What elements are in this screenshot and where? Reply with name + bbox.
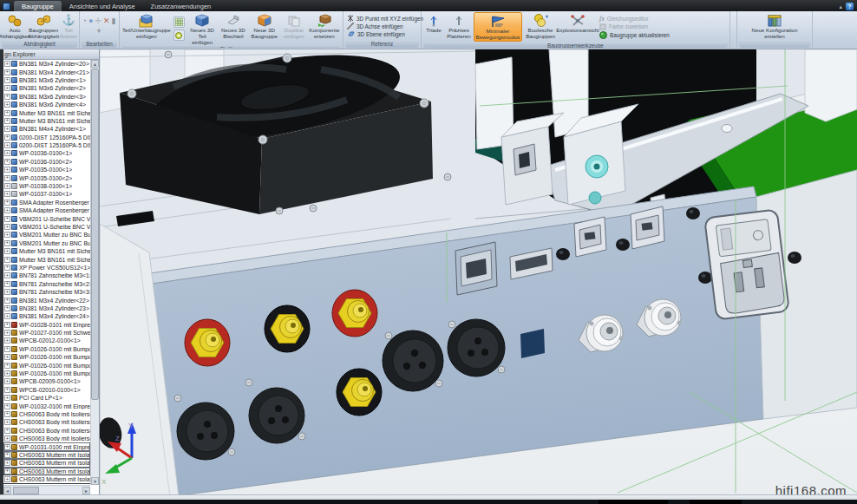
rca-jack-red-1[interactable] [185,319,230,366]
xlr-connector-3[interactable] [383,331,443,391]
ribbon-tab[interactable]: Zusatzanwendungen [143,1,219,11]
tree-row[interactable]: WP-01031-0100 mit Einpresste [3,442,90,450]
expand-icon[interactable] [4,150,10,156]
tree-row[interactable]: VBM201 Mutter zu BNC Buche [3,239,90,247]
expand-icon[interactable] [4,452,10,458]
edit-tool-icon-6[interactable]: ♦ [97,27,101,35]
tree-row[interactable]: BN781 Zahnscheibe M3<1> [3,272,90,279]
expand-icon[interactable] [4,167,10,173]
insert-part-subassembly-button[interactable]: Teil/Unterbaugruppe einfügen [121,12,172,45]
3d-viewport[interactable]: Y Z X hifi168.com [100,49,857,494]
tree-row[interactable]: WP-01026-0100 mit Bumpon s [3,345,90,353]
tree-row[interactable]: VBM201 U-Scheibe BNC Vitel [3,223,90,231]
tree-row[interactable]: CHS0063 Body mit Isoliersche [3,418,90,426]
tree-row[interactable]: BN381 M3x4 Zylinder<23> [3,304,90,312]
edit-tool-icon-3[interactable]: ✛ [95,17,101,25]
expand-icon[interactable] [4,216,10,222]
expand-icon[interactable] [4,460,10,466]
tree-row[interactable]: 0200-DIST 125160PA-5 DIST F [3,141,90,149]
insert-3d-axis-button[interactable]: 3D Achse einfügen [347,23,423,29]
tree-row[interactable]: CHS0063 Body mit Isoliersche [3,427,90,435]
expand-icon[interactable] [4,200,10,206]
ribbon-tab[interactable]: Ansichten und Analyse [62,1,143,11]
taskbar-item[interactable] [599,500,668,504]
expand-icon[interactable] [4,94,10,100]
fix-part-button[interactable]: ⚓ Teil fixieren [59,12,78,40]
tree-row[interactable]: WP-01036-0100<1> [3,149,90,157]
expand-icon[interactable] [4,435,10,442]
tree-row[interactable]: Mutter M3 BN161 mit Sicherun [3,108,90,116]
expand-icon[interactable] [4,224,10,230]
pattern-grid-button[interactable] [173,16,185,28]
tree-row[interactable]: BN381 M3x4 Zylinder<20> [3,60,90,68]
expand-icon[interactable] [4,354,10,360]
edit-tool-icon-5[interactable]: ▮ [112,17,116,25]
expand-icon[interactable] [4,337,10,344]
scrollbar-thumb[interactable] [13,487,39,494]
tree-row[interactable]: WP-01038-0100<1> [3,182,90,190]
expand-icon[interactable] [4,305,10,311]
expand-icon[interactable] [4,411,10,417]
new-3d-part-button[interactable]: Neues 3D Teil einfügen [186,12,219,45]
ribbon-tab[interactable]: Baugruppe [14,1,62,11]
expand-icon[interactable] [4,240,10,246]
expand-icon[interactable] [4,191,10,197]
expand-icon[interactable] [4,207,10,213]
expand-icon[interactable] [4,232,10,238]
scroll-down-icon[interactable]: ▼ [91,477,99,485]
expand-icon[interactable] [4,346,10,352]
expand-icon[interactable] [4,298,10,304]
tree-row[interactable]: VBM201 U-Scheibe BNC Vitel [3,214,90,222]
gear-button[interactable] [173,29,185,41]
tree-row[interactable]: BN381 M4x4 Zylinder<1> [3,125,90,133]
auto-dependency-button[interactable]: Auto Abhängigkeit [2,12,28,40]
tree-row[interactable]: BN381 M3x4 Zylinder<21> [3,68,90,75]
expand-icon[interactable] [4,101,10,108]
expand-icon[interactable] [4,428,10,434]
tree-row[interactable]: CHS0063 Muttern mit Isolation [3,451,90,459]
tree-row[interactable]: PCI Card LP<1> [3,394,90,402]
tree-row[interactable]: Mutter M3 BN161 mit Sicherun [3,117,90,125]
help-icon[interactable]: ? [846,3,854,10]
expand-icon[interactable] [4,403,10,409]
expand-icon[interactable] [4,69,10,75]
tree-row[interactable]: WP-01026-0100 mit Bumpon s [3,361,90,369]
xlr-connector-4[interactable] [448,319,505,376]
expand-icon[interactable] [4,363,10,369]
tree-row[interactable]: CHS0063 Muttern mit Isolation [3,475,90,483]
app-menu-icon[interactable] [3,3,10,10]
tree-row[interactable]: WP-01028-0101 mit Einpresste [3,321,90,329]
equation-editor-button[interactable]: fx Gleichungseditor [599,15,683,23]
expand-icon[interactable] [4,118,10,124]
expand-icon[interactable] [4,159,10,165]
tree-vertical-scrollbar[interactable]: ▲ ▼ [90,60,99,485]
expand-icon[interactable] [4,134,10,141]
tree-row[interactable]: WP-01026-0100 mit Bumpon s [3,353,90,361]
triad-button[interactable]: Triade [423,12,444,42]
expand-icon[interactable] [4,289,10,295]
taskbar-item[interactable] [690,500,742,504]
iec-power-inlet[interactable] [704,209,789,319]
scroll-left-icon[interactable]: ◄ [3,487,11,494]
tree-row[interactable]: BN781 Zahnscheibe M3<2> [3,280,90,288]
expand-icon[interactable] [4,110,10,116]
firewire-port-2[interactable] [631,206,664,249]
tree-row[interactable]: BN381 M3x4 Zylinder<24> [3,312,90,320]
tree-row[interactable]: WPCB-02010-0100<1> [3,386,90,394]
expand-icon[interactable] [4,387,10,393]
tree-row[interactable]: Mutter M3 BN161 mit Sicherun [3,255,90,263]
scroll-right-icon[interactable]: ► [82,487,90,494]
expand-icon[interactable] [4,77,10,83]
tree-row[interactable]: WP-01037-0100<1> [3,190,90,198]
expand-icon[interactable] [4,85,10,91]
insert-duplicate-button[interactable]: Duplikat einfügen [281,12,307,45]
tree-row[interactable]: WPCB-02012-0100<1> [3,337,90,344]
expand-icon[interactable] [4,248,10,254]
expand-icon[interactable] [4,476,10,482]
insert-3d-plane-button[interactable]: 3D Ebene einfügen [347,30,423,37]
assembly-dependency-button[interactable]: Baugruppen Abhängigkeit [29,12,58,40]
expand-icon[interactable] [4,313,10,319]
tree-row[interactable]: WP-01026-0100 mit Bumpon s [3,370,90,377]
expand-icon[interactable] [4,175,10,181]
tree-row[interactable]: CHS0063 Body mit Isoliersche [3,410,90,418]
